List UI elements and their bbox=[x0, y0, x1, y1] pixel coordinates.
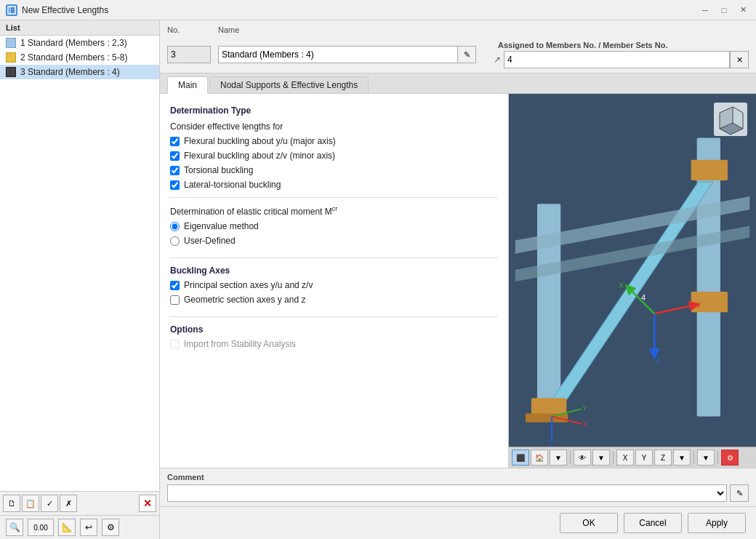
checkbox-flex-y[interactable] bbox=[170, 137, 180, 146]
view-btn-x[interactable]: X bbox=[616, 450, 634, 466]
content-area: List 1 Standard (Members : 2,3) 2 Standa… bbox=[0, 20, 756, 539]
eigenvalue-label: Eigenvalue method bbox=[184, 221, 259, 231]
sidebar-item-3[interactable]: 3 Standard (Members : 4) bbox=[0, 65, 159, 79]
assign-icon: ↗ bbox=[491, 55, 504, 65]
back-btn[interactable]: ↩ bbox=[80, 519, 97, 536]
options-title: Options bbox=[170, 324, 498, 335]
assigned-col: Assigned to Members No. / Member Sets No… bbox=[491, 41, 749, 68]
svg-text:x: x bbox=[619, 280, 624, 289]
name-edit-button[interactable]: ✎ bbox=[457, 46, 476, 63]
no-box bbox=[167, 46, 211, 63]
assigned-box-inner: ↗ ✕ bbox=[491, 51, 749, 68]
assigned-input[interactable] bbox=[504, 51, 730, 68]
view-btn-drop4[interactable]: ▼ bbox=[697, 450, 715, 466]
value-btn[interactable]: 0.00 bbox=[28, 519, 54, 536]
cube-icon[interactable] bbox=[712, 101, 749, 137]
check-import-stability: Import from Stability Analysis bbox=[170, 339, 498, 349]
maximize-button[interactable]: □ bbox=[717, 3, 731, 17]
radio-eigenvalue: Eigenvalue method bbox=[170, 221, 498, 231]
form-left: Determination Type Consider effective le… bbox=[160, 94, 509, 468]
principal-label: Principal section axes y/u and z/v bbox=[184, 280, 313, 290]
user-defined-label: User-Defined bbox=[184, 236, 236, 246]
check-btn[interactable]: ✓ bbox=[41, 495, 58, 512]
tab-bar: Main Nodal Supports & Effective Lengths bbox=[160, 73, 756, 94]
check-flex-z: Flexural buckling about z/v (minor axis) bbox=[170, 151, 498, 161]
radio-user-defined-input[interactable] bbox=[170, 236, 180, 246]
radio-eigenvalue-input[interactable] bbox=[170, 222, 180, 231]
name-input[interactable] bbox=[218, 46, 457, 63]
assigned-clear-button[interactable]: ✕ bbox=[730, 51, 749, 68]
svg-text:Y: Y bbox=[582, 404, 587, 412]
sidebar-item-1[interactable]: 1 Standard (Members : 2,3) bbox=[0, 36, 159, 50]
color-swatch-1 bbox=[6, 38, 16, 48]
sidebar-item-2[interactable]: 2 Standard (Members : 5-8) bbox=[0, 50, 159, 65]
color-swatch-2 bbox=[6, 52, 16, 63]
delete-btn[interactable]: ✕ bbox=[139, 495, 156, 512]
comment-input-row: ✎ bbox=[167, 484, 749, 502]
checkbox-principal[interactable] bbox=[170, 281, 180, 290]
view-btn-1[interactable]: ⬛ bbox=[512, 450, 529, 466]
no-input[interactable] bbox=[167, 46, 211, 63]
sidebar: List 1 Standard (Members : 2,3) 2 Standa… bbox=[0, 20, 160, 539]
check-principal: Principal section axes y/u and z/v bbox=[170, 280, 498, 290]
num-name-row: ✎ Assigned to Members No. / Member Sets … bbox=[160, 36, 756, 73]
buckling-axes-section: Buckling Axes Principal section axes y/u… bbox=[170, 265, 498, 305]
view-btn-z[interactable]: Z bbox=[654, 450, 672, 466]
buckling-axes-title: Buckling Axes bbox=[170, 265, 498, 276]
view-toolbar: ⬛ 🏠 ▼ 👁 ▼ X Y Z ▼ ▼ ⚙ bbox=[509, 447, 756, 468]
import-stability-label: Import from Stability Analysis bbox=[184, 339, 296, 349]
sidebar-item-label-1: 1 Standard (Members : 2,3) bbox=[20, 38, 127, 48]
num-name-header: No. Name bbox=[160, 20, 756, 36]
sidebar-item-label-3: 3 Standard (Members : 4) bbox=[20, 67, 120, 77]
tab-nodal[interactable]: Nodal Supports & Effective Lengths bbox=[209, 76, 369, 93]
ok-button[interactable]: OK bbox=[560, 513, 618, 533]
uncheck-btn[interactable]: ✗ bbox=[60, 495, 77, 512]
tab-main[interactable]: Main bbox=[167, 76, 208, 94]
consider-label: Consider effective lengths for bbox=[170, 121, 498, 132]
svg-text:z: z bbox=[656, 355, 660, 364]
sidebar-list: 1 Standard (Members : 2,3) 2 Standard (M… bbox=[0, 36, 159, 491]
title-bar: New Effective Lengths ─ □ ✕ bbox=[0, 0, 756, 20]
minimize-button[interactable]: ─ bbox=[698, 3, 712, 17]
comment-select[interactable] bbox=[167, 484, 727, 502]
torsional-label: Torsional buckling bbox=[184, 165, 253, 175]
checkbox-flex-z[interactable] bbox=[170, 151, 180, 161]
ruler-btn[interactable]: 📐 bbox=[58, 519, 76, 536]
apply-button[interactable]: Apply bbox=[688, 513, 746, 533]
3d-view: y z x 4 Y X Z bbox=[509, 94, 756, 468]
view-btn-drop1[interactable]: ▼ bbox=[550, 450, 567, 466]
form-panel: Determination Type Consider effective le… bbox=[160, 94, 756, 468]
view-btn-drop2[interactable]: ▼ bbox=[592, 450, 610, 466]
svg-rect-0 bbox=[8, 7, 15, 14]
sidebar-footer: 🗋 📋 ✓ ✗ ✕ bbox=[0, 491, 159, 515]
comment-edit-button[interactable]: ✎ bbox=[730, 484, 749, 502]
checkbox-geometric[interactable] bbox=[170, 295, 180, 305]
new-btn[interactable]: 🗋 bbox=[3, 495, 20, 512]
settings-btn[interactable]: ⚙ bbox=[102, 519, 119, 536]
name-box: ✎ bbox=[218, 46, 476, 63]
determination-type-title: Determination Type bbox=[170, 105, 498, 116]
3d-scene-svg: y z x 4 Y X Z bbox=[509, 94, 756, 468]
no-label: No. bbox=[167, 25, 211, 35]
sidebar-header: List bbox=[0, 20, 159, 36]
name-box-inner: ✎ bbox=[218, 46, 476, 63]
radio-user-defined: User-Defined bbox=[170, 236, 498, 246]
check-torsional: Torsional buckling bbox=[170, 165, 498, 175]
copy-btn[interactable]: 📋 bbox=[22, 495, 39, 512]
checkbox-lateral[interactable] bbox=[170, 180, 180, 190]
view-btn-y[interactable]: Y bbox=[635, 450, 653, 466]
color-swatch-3 bbox=[6, 67, 16, 77]
cancel-button[interactable]: Cancel bbox=[624, 513, 682, 533]
checkbox-import-stability[interactable] bbox=[170, 340, 180, 349]
lateral-label: Lateral-torsional buckling bbox=[184, 180, 281, 190]
view-btn-settings[interactable]: ⚙ bbox=[721, 450, 739, 466]
view-btn-eye[interactable]: 👁 bbox=[574, 450, 591, 466]
main-content: No. Name ✎ Assigned bbox=[160, 20, 756, 539]
app-icon bbox=[6, 4, 17, 16]
checkbox-torsional[interactable] bbox=[170, 166, 180, 175]
view-btn-home[interactable]: 🏠 bbox=[531, 450, 548, 466]
sidebar-bottom-toolbar: 🔍 0.00 📐 ↩ ⚙ bbox=[0, 515, 159, 539]
search-btn[interactable]: 🔍 bbox=[6, 519, 23, 536]
close-button[interactable]: ✕ bbox=[736, 3, 750, 17]
view-btn-drop3[interactable]: ▼ bbox=[673, 450, 691, 466]
